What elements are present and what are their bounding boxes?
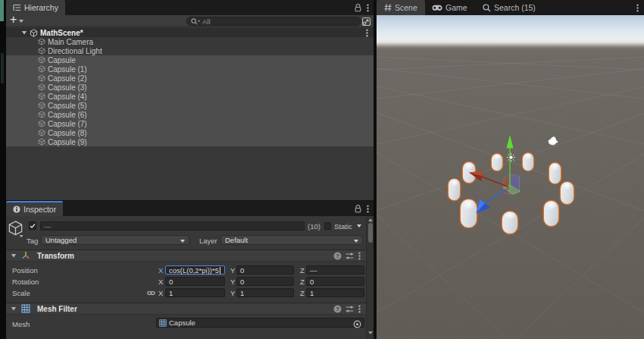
hierarchy-item[interactable]: Capsule (4) — [6, 92, 374, 101]
hierarchy-item[interactable]: Capsule (2) — [6, 74, 374, 83]
directional-light-gizmo-icon[interactable] — [506, 152, 516, 162]
gameobject-cube-icon — [38, 65, 45, 73]
transform-title: Transform — [37, 252, 74, 260]
hierarchy-item[interactable]: Capsule (3) — [6, 83, 374, 92]
scene-grid-icon — [384, 4, 392, 11]
gameobject-multi-icon[interactable] — [7, 219, 24, 237]
static-checkbox[interactable] — [324, 222, 331, 230]
scene-menu-kebab-icon[interactable] — [636, 4, 639, 12]
name-field-value: — — [44, 222, 52, 231]
tag-dropdown[interactable]: Untagged — [41, 235, 189, 245]
hierarchy-item[interactable]: Capsule — [6, 55, 374, 64]
static-dropdown-caret-icon[interactable] — [357, 224, 361, 228]
scene-viewport[interactable] — [377, 15, 644, 339]
search-placeholder: All — [202, 17, 211, 26]
hierarchy-list-icon — [13, 4, 21, 11]
transform-scale-z-field[interactable]: 1 — [306, 288, 364, 297]
transform-row-label: Position — [12, 266, 38, 275]
create-object-button[interactable]: + — [10, 15, 23, 27]
hierarchy-item[interactable]: Capsule (6) — [6, 110, 374, 119]
scene-header-row[interactable]: MathScene* — [6, 28, 374, 37]
hierarchy-item[interactable]: Capsule (1) — [6, 64, 374, 74]
tab-game[interactable]: Game — [432, 0, 467, 15]
transform-rotation-y-field[interactable]: 0 — [236, 277, 294, 286]
help-icon[interactable]: ? — [333, 305, 342, 313]
transform-scale-y-field[interactable]: 1 — [236, 288, 294, 297]
lock-icon[interactable] — [355, 205, 361, 213]
tab-scene[interactable]: Scene — [377, 0, 425, 15]
tab-inspector[interactable]: Inspector — [6, 201, 63, 216]
hierarchy-item[interactable]: Main Camera — [6, 37, 374, 46]
mesh-value: Capsule — [169, 319, 195, 327]
field-value: 0 — [310, 278, 314, 286]
scene-tab-bar: Scene Game Search (15) — [377, 0, 644, 15]
mesh-filter-header[interactable]: Mesh Filter ? — [6, 303, 366, 315]
svg-text:?: ? — [336, 306, 339, 312]
gizmo-arrow-y[interactable] — [507, 135, 514, 149]
left-edge-teal-sliver-2 — [1, 53, 4, 83]
hierarchy-item-label: Capsule (8) — [48, 129, 87, 137]
field-value: 0 — [169, 278, 173, 286]
mesh-object-field[interactable]: Capsule — [156, 318, 364, 328]
search-tab-icon — [483, 4, 491, 12]
hierarchy-menu-kebab-icon[interactable] — [367, 4, 369, 12]
axis-label-x: X — [158, 266, 163, 275]
help-icon[interactable]: ? — [333, 252, 342, 260]
layer-value: Default — [225, 236, 248, 244]
plus-icon: + — [10, 16, 17, 24]
link-scale-icon[interactable] — [147, 290, 155, 297]
hierarchy-item-label: Main Camera — [48, 38, 93, 46]
move-gizmo[interactable] — [463, 134, 554, 233]
scrollbar-thumb[interactable] — [368, 223, 373, 243]
transform-position-x-field[interactable]: cos(L(0,2*pi))*5 — [165, 265, 225, 275]
object-picker-icon[interactable] — [353, 320, 361, 328]
presets-icon[interactable] — [345, 252, 354, 260]
scene-capsule[interactable] — [448, 178, 461, 201]
transform-position-y-field[interactable]: 0 — [236, 265, 294, 275]
transform-rotation-x-field[interactable]: 0 — [165, 277, 225, 286]
hierarchy-search-field[interactable]: All — [186, 17, 361, 26]
lock-icon[interactable] — [355, 4, 361, 12]
transform-row-label: Scale — [12, 289, 30, 297]
gizmo-axis-z[interactable] — [484, 188, 509, 203]
tab-search[interactable]: Search (15) — [483, 0, 536, 15]
transform-rotation-z-field[interactable]: 0 — [306, 277, 364, 286]
foldout-expanded-icon[interactable] — [21, 30, 27, 36]
inspector-menu-kebab-icon[interactable] — [367, 205, 369, 213]
transform-header[interactable]: Transform ? — [6, 250, 366, 262]
foldout-expanded-icon[interactable] — [11, 253, 17, 259]
hierarchy-item[interactable]: Capsule (9) — [6, 137, 374, 146]
mesh-icon — [159, 319, 167, 327]
mesh-filter-kebab-icon[interactable] — [358, 305, 361, 313]
inspector-scrollbar[interactable] — [366, 217, 374, 339]
scroll-down-icon[interactable] — [368, 331, 373, 334]
hierarchy-tree: MathScene* Main CameraDirectional LightC… — [6, 28, 374, 200]
hierarchy-item[interactable]: Capsule (8) — [6, 128, 374, 137]
gameobject-cube-icon — [38, 38, 45, 46]
tag-value: Untagged — [45, 236, 77, 244]
static-label: Static — [334, 222, 352, 231]
hierarchy-item-label: Directional Light — [48, 47, 102, 55]
game-tab-label: Game — [445, 3, 467, 12]
transform-position-z-field[interactable]: — — [306, 265, 364, 275]
foldout-expanded-icon[interactable] — [11, 306, 17, 312]
scene-view-panel: Scene Game Search (15) — [377, 0, 644, 339]
field-value: 1 — [310, 289, 314, 297]
scene-menu-kebab-icon[interactable] — [366, 29, 368, 37]
search-tab-label: Search (15) — [494, 3, 536, 12]
transform-scale-x-field[interactable]: 1 — [165, 288, 225, 297]
axis-label-y: Y — [230, 278, 235, 286]
hierarchy-item[interactable]: Directional Light — [6, 46, 374, 55]
field-value: 1 — [169, 289, 173, 297]
active-checkbox[interactable] — [29, 221, 36, 230]
selection-count: (10) — [308, 222, 320, 231]
scroll-up-icon[interactable] — [368, 218, 373, 221]
hierarchy-item[interactable]: Capsule (7) — [6, 119, 374, 128]
presets-icon[interactable] — [345, 305, 354, 313]
layer-dropdown[interactable]: Default — [220, 235, 363, 245]
transform-kebab-icon[interactable] — [358, 252, 361, 260]
pop-out-window-icon[interactable] — [361, 17, 371, 27]
scene-capsule[interactable] — [560, 181, 574, 205]
name-field[interactable]: — — [40, 221, 305, 231]
hierarchy-item[interactable]: Capsule (5) — [6, 101, 374, 110]
